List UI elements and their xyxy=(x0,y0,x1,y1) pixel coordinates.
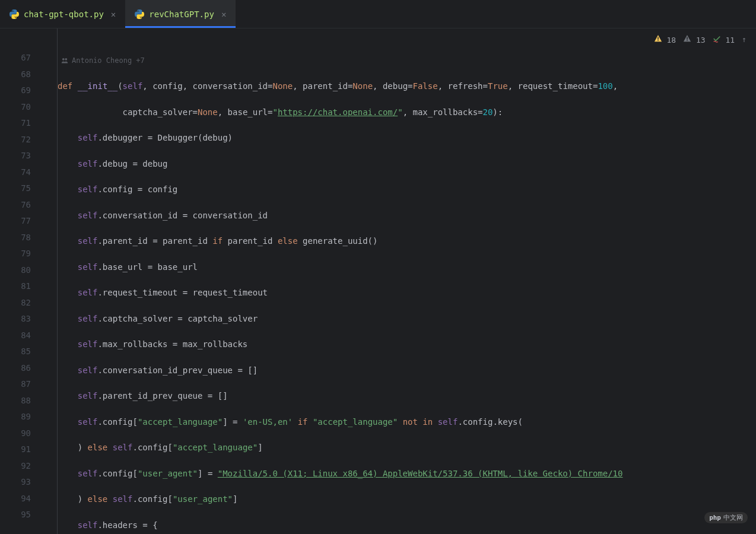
svg-point-5 xyxy=(65,58,67,61)
code-editor[interactable]: 18 13 11 ↑ 67686970717273747576777879808… xyxy=(0,28,756,534)
line-number: 91 xyxy=(0,441,31,458)
line-number: 79 xyxy=(0,246,31,262)
line-number: 90 xyxy=(0,425,31,442)
warning-gray-badge[interactable]: 13 xyxy=(683,34,705,44)
code-line: self.config = config xyxy=(58,182,756,198)
line-number: 83 xyxy=(0,311,31,328)
code-line: ) else self.config["accept_language"] xyxy=(58,440,756,456)
code-line: self.request_timeout = request_timeout xyxy=(58,285,756,301)
code-line: self.parent_id = parent_id if parent_id … xyxy=(58,233,756,250)
close-icon[interactable]: ✕ xyxy=(219,8,228,20)
code-line: ) else self.config["user_agent"] xyxy=(58,491,756,508)
python-icon xyxy=(135,9,144,19)
line-number: 69 xyxy=(0,82,31,99)
line-number: 85 xyxy=(0,344,31,360)
author-annotation[interactable]: Antonio Cheong +7 xyxy=(58,52,756,69)
code-line: self.captcha_solver = captcha_solver xyxy=(58,311,756,328)
line-number: 81 xyxy=(0,278,31,295)
python-icon xyxy=(9,9,19,19)
code-line: self.config["accept_language"] = 'en-US,… xyxy=(58,414,756,431)
tab-chat-gpt-qbot[interactable]: chat-gpt-qbot.py ✕ xyxy=(0,0,125,28)
line-number: 70 xyxy=(0,99,31,116)
code-line: def __init__(self, config, conversation_… xyxy=(58,78,756,95)
code-line: self.parent_id_prev_queue = [] xyxy=(58,388,756,405)
editor-tabs: chat-gpt-qbot.py ✕ revChatGPT.py ✕ xyxy=(0,0,756,28)
tab-label: revChatGPT.py xyxy=(149,9,214,19)
line-number: 68 xyxy=(0,66,31,83)
tab-label: chat-gpt-qbot.py xyxy=(24,9,104,19)
line-number: 88 xyxy=(0,393,31,409)
line-number: 84 xyxy=(0,328,31,344)
line-number: 74 xyxy=(0,164,31,181)
code-line: self.max_rollbacks = max_rollbacks xyxy=(58,336,756,353)
line-number: 95 xyxy=(0,507,31,523)
line-number-gutter: 6768697071727374757677787980818283848586… xyxy=(0,28,42,534)
svg-point-4 xyxy=(62,58,65,61)
svg-rect-3 xyxy=(687,40,688,41)
warning-yellow-badge[interactable]: 18 xyxy=(654,34,676,44)
svg-rect-0 xyxy=(657,37,658,39)
tab-revchatgpt[interactable]: revChatGPT.py ✕ xyxy=(125,0,236,28)
code-line: self.conversation_id_prev_queue = [] xyxy=(58,363,756,379)
code-line: self.debug = debug xyxy=(58,156,756,173)
line-number: 77 xyxy=(0,213,31,230)
line-number: 87 xyxy=(0,376,31,393)
line-number: 67 xyxy=(0,50,31,66)
line-number: 86 xyxy=(0,360,31,377)
svg-rect-2 xyxy=(687,37,688,39)
users-icon xyxy=(61,57,68,64)
line-number: 71 xyxy=(0,115,31,132)
watermark: php中文网 xyxy=(704,512,748,523)
line-number: 94 xyxy=(0,491,31,507)
line-number: 89 xyxy=(0,409,31,425)
line-number: 78 xyxy=(0,230,31,246)
code-line: self.debugger = Debugger(debug) xyxy=(58,130,756,147)
line-number: 80 xyxy=(0,262,31,279)
line-number: 75 xyxy=(0,180,31,197)
code-line: self.config["user_agent"] = "Mozilla/5.0… xyxy=(58,466,756,482)
line-number: 72 xyxy=(0,132,31,148)
line-number: 76 xyxy=(0,197,31,214)
inspection-widget[interactable]: 18 13 11 ↑ xyxy=(650,32,750,47)
typo-badge[interactable]: 11 xyxy=(713,34,735,44)
code-line: captcha_solver=None, base_url="https://c… xyxy=(58,104,756,121)
code-line: self.base_url = base_url xyxy=(58,259,756,276)
scroll-top-icon[interactable]: ↑ xyxy=(742,35,747,44)
line-number: 73 xyxy=(0,148,31,164)
line-number: 92 xyxy=(0,458,31,475)
code-line: self.conversation_id = conversation_id xyxy=(58,208,756,224)
code-line: self.headers = { xyxy=(58,517,756,534)
svg-rect-1 xyxy=(657,40,658,41)
close-icon[interactable]: ✕ xyxy=(109,8,118,20)
code-content[interactable]: Antonio Cheong +7 def __init__(self, con… xyxy=(58,28,756,534)
line-number: 82 xyxy=(0,295,31,312)
line-number: 93 xyxy=(0,474,31,491)
